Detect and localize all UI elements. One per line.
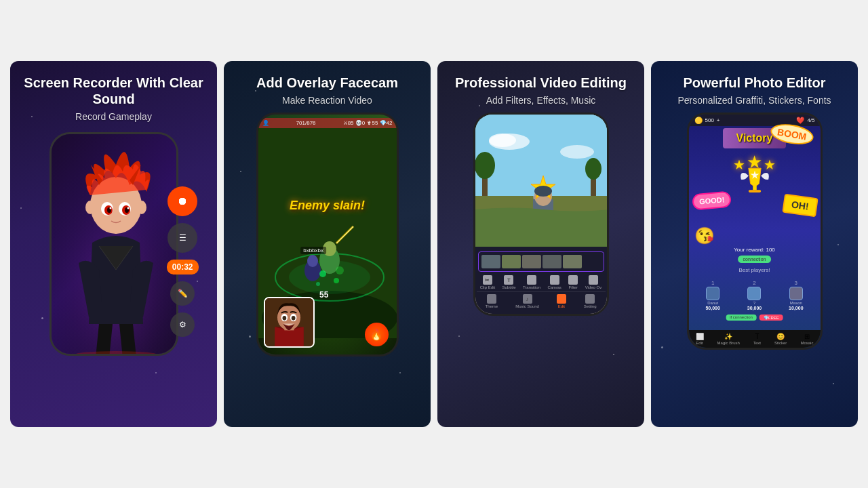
svg-point-23 [334, 278, 339, 283]
heart-icon: ❤️ [796, 117, 804, 124]
if-connection-badge: if connection [726, 314, 757, 321]
svg-rect-46 [753, 184, 757, 190]
card4-screen: 🟡 500 + ❤️ 4/5 Victory BOOM [689, 115, 821, 348]
tool-clip-edit[interactable]: ✂ Clip Edit [480, 275, 495, 289]
pe-mosaic-label: Mosaic [800, 341, 813, 345]
thumb-1 [481, 255, 500, 268]
card1-content: Screen Recorder With Clear Sound Record … [10, 61, 217, 427]
svg-point-21 [307, 255, 318, 267]
facecam-person [265, 298, 313, 346]
card3-title: Professional Video Editing [441, 61, 640, 95]
pe-tool-edit[interactable]: ⬜ Edit [696, 333, 704, 345]
status-bar: 🟡 500 + ❤️ 4/5 [689, 115, 821, 126]
card3-phone-area: ✂ Clip Edit T Subtitle Transition [473, 113, 609, 316]
thumb-4 [542, 255, 561, 268]
card4-content: Powerful Photo Editor Personalized Graff… [651, 61, 858, 427]
pe-tool-mosaic[interactable]: ⊞ Mosaic [800, 333, 813, 345]
filter-label: Filter [569, 285, 578, 289]
timer-display: 00:32 [167, 260, 199, 274]
pe-text-label: Text [753, 341, 761, 345]
thumb-2 [502, 255, 521, 268]
tool-subtitle[interactable]: T Subtitle [502, 275, 515, 289]
card4-subtitle: Personalized Graffiti, Stickers, Fonts [677, 95, 831, 113]
heart-area: ❤️ 4/5 [796, 117, 814, 124]
edit-button[interactable]: ✏️ [170, 281, 195, 306]
rank1-num: 1 [711, 280, 714, 286]
pe-magic-brush-label: Magic Brush [717, 341, 740, 345]
skill-icon: 🔥 [365, 323, 389, 346]
card2-content: Add Overlay Facecam Make Reaction Video … [224, 61, 431, 427]
clip-edit-label: Clip Edit [480, 285, 495, 289]
connection-button[interactable]: connection [738, 256, 772, 263]
pe-mosaic-icon: ⊞ [804, 333, 810, 340]
tool-theme[interactable]: Theme [485, 294, 498, 308]
facecam-svg [265, 297, 313, 348]
reward-text: Your reward: 100 [734, 247, 775, 253]
subtitle-icon: T [504, 275, 513, 285]
tool-edit[interactable]: Edit [557, 294, 566, 308]
pe-edit-icon: ⬜ [696, 333, 704, 340]
pe-magic-brush-icon: ✨ [724, 333, 732, 340]
svg-point-45 [534, 186, 552, 197]
svg-point-34 [291, 316, 295, 321]
hud-hp: 701/876 [296, 120, 316, 126]
card-photo-editor: Powerful Photo Editor Personalized Graff… [651, 61, 858, 427]
card-video-editing: Professional Video Editing Add Filters, … [437, 61, 644, 427]
video-overlay-label: Video Ov [585, 285, 602, 289]
pe-tool-text[interactable]: T Text [753, 333, 761, 345]
rank1-avatar [706, 287, 719, 300]
transition-label: Transition [523, 285, 540, 289]
editor-tools-row1: ✂ Clip Edit T Subtitle Transition [477, 273, 606, 291]
rank3-avatar [789, 287, 803, 300]
card3-subtitle: Add Filters, Effects, Music [486, 95, 596, 113]
tool-filter[interactable]: Filter [568, 275, 578, 289]
oh-badge: OH! [782, 194, 818, 218]
thumb-5 [563, 255, 582, 268]
setting-icon [585, 294, 595, 304]
svg-point-24 [316, 282, 320, 286]
edit-icon [557, 294, 566, 304]
record-icon: ⏺ [177, 195, 188, 207]
pe-edit-label: Edit [696, 341, 703, 345]
canvas-icon [550, 275, 559, 285]
canvas-label: Canvas [547, 285, 561, 289]
best-players-label: Best players! [738, 267, 770, 273]
free-badge: 💎FREE [760, 314, 783, 321]
card1-phone-area: ⏺ ☰ 00:32 ✏️ ⚙ [50, 132, 178, 356]
tool-transition[interactable]: Transition [523, 275, 540, 289]
good-badge: GOOD! [692, 191, 732, 211]
hud-avatar: 👤 [262, 120, 269, 126]
card2-title: Add Overlay Facecam [243, 61, 412, 95]
card3-content: Professional Video Editing Add Filters, … [437, 61, 644, 427]
trophy-svg [736, 162, 773, 199]
anime-character-svg [52, 134, 176, 354]
settings-button[interactable]: ⚙ [170, 312, 195, 337]
menu-icon: ☰ [179, 233, 186, 243]
tool-canvas[interactable]: Canvas [547, 275, 561, 289]
rank3-score: 10,000 [789, 306, 803, 310]
card-overlay-facecam: Add Overlay Facecam Make Reaction Video … [224, 61, 431, 427]
pubg-svg [475, 115, 607, 247]
tool-music[interactable]: ♪ Music Sound [515, 294, 539, 308]
photo-editor-bar: ⬜ Edit ✨ Magic Brush T Text 😊 [689, 330, 821, 348]
tool-setting[interactable]: Setting [584, 294, 597, 308]
music-label: Music Sound [515, 304, 539, 308]
record-button[interactable]: ⏺ [167, 186, 197, 216]
settings-icon: ⚙ [179, 320, 186, 329]
card2-screen: 👤 701/876 ⚔85 💀0 🗡55 💎42 [258, 115, 397, 354]
coin-count: 500 [705, 117, 714, 123]
menu-button[interactable]: ☰ [167, 223, 197, 253]
svg-point-12 [137, 201, 146, 214]
theme-label: Theme [485, 304, 498, 308]
pe-tool-magic-brush[interactable]: ✨ Magic Brush [717, 333, 740, 345]
theme-icon [487, 294, 496, 304]
card1-phone [50, 132, 178, 356]
player-rank1: 1 Danut 50,000 [705, 280, 719, 310]
svg-point-25 [336, 266, 344, 274]
coin-icon: 🟡 [694, 117, 703, 124]
heart-count: 4/5 [807, 117, 814, 123]
pe-sticker-icon: 😊 [776, 333, 785, 340]
pe-tool-sticker[interactable]: 😊 Sticker [774, 333, 787, 345]
tool-video-overlay[interactable]: Video Ov [585, 275, 602, 289]
thumb-3 [522, 255, 541, 268]
